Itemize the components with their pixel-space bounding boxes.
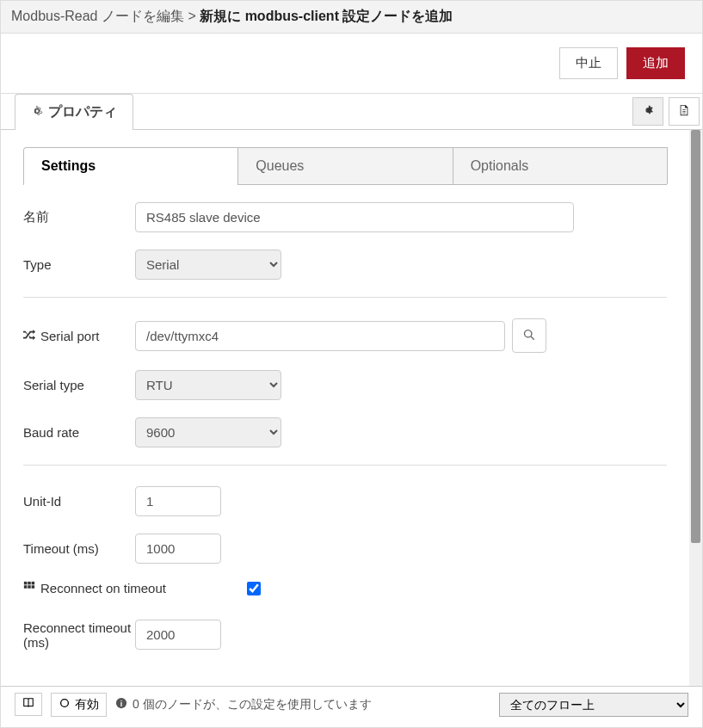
gear-icon xyxy=(642,104,654,119)
main-tab-header: プロパティ xyxy=(1,94,702,130)
svg-rect-1 xyxy=(28,582,31,585)
doc-icon-button[interactable] xyxy=(669,97,700,126)
svg-text:i: i xyxy=(120,700,122,708)
divider xyxy=(23,297,667,298)
enable-label: 有効 xyxy=(75,697,99,713)
breadcrumb-current: 新規に modbus-client 設定ノードを追加 xyxy=(200,9,453,23)
serial-port-search-button[interactable] xyxy=(512,318,546,353)
breadcrumb: Modbus-Read ノードを編集 > 新規に modbus-client 設… xyxy=(1,1,702,34)
svg-rect-3 xyxy=(24,585,28,589)
baud-rate-label: Baud rate xyxy=(23,425,135,440)
circle-icon xyxy=(59,697,71,712)
reconnect-on-timeout-checkbox[interactable] xyxy=(247,582,261,595)
timeout-label: Timeout (ms) xyxy=(23,541,135,556)
inner-tabs: Settings Queues Optionals xyxy=(23,147,667,185)
scrollbar-track[interactable] xyxy=(689,130,702,686)
tab-queues[interactable]: Queues xyxy=(237,147,453,184)
tab-settings[interactable]: Settings xyxy=(23,147,238,185)
info-icon: i xyxy=(115,697,127,712)
svg-rect-2 xyxy=(32,582,35,585)
type-select[interactable]: Serial xyxy=(135,250,281,280)
serial-type-label: Serial type xyxy=(23,378,135,392)
reconnect-timeout-label: Reconnect timeout (ms) xyxy=(23,620,135,650)
cancel-button[interactable]: 中止 xyxy=(559,47,618,79)
svg-rect-0 xyxy=(24,582,28,585)
book-icon xyxy=(22,697,34,712)
scrollbar-thumb[interactable] xyxy=(691,130,700,543)
breadcrumb-prefix: Modbus-Read ノードを編集 > xyxy=(11,9,200,23)
shuffle-icon xyxy=(23,329,35,343)
unit-id-input[interactable] xyxy=(135,486,221,516)
enable-toggle-button[interactable]: 有効 xyxy=(51,693,107,717)
name-label: 名前 xyxy=(23,209,135,225)
svg-rect-5 xyxy=(32,585,35,589)
tab-properties-label: プロパティ xyxy=(48,103,117,121)
type-label: Type xyxy=(23,257,135,272)
svg-point-6 xyxy=(61,700,69,707)
tab-optionals[interactable]: Optionals xyxy=(453,147,668,184)
usage-info: i 0 個のノードが、この設定を使用しています xyxy=(115,697,490,713)
book-button[interactable] xyxy=(15,693,42,716)
document-icon xyxy=(678,104,690,119)
serial-port-input[interactable] xyxy=(135,321,505,351)
unit-id-label: Unit-Id xyxy=(23,494,135,509)
reconnect-timeout-input[interactable] xyxy=(135,620,221,650)
footer: 有効 i 0 個のノードが、この設定を使用しています 全てのフロー上 xyxy=(1,686,702,722)
gear-icon xyxy=(31,105,43,120)
grid-icon xyxy=(23,581,35,595)
tab-properties[interactable]: プロパティ xyxy=(15,94,133,130)
config-panel: Settings Queues Optionals 名前 Type Serial… xyxy=(1,130,689,686)
action-toolbar: 中止 追加 xyxy=(1,34,702,94)
settings-icon-button[interactable] xyxy=(632,97,663,126)
divider xyxy=(23,465,667,466)
svg-rect-4 xyxy=(28,585,31,589)
serial-type-select[interactable]: RTU xyxy=(135,370,281,400)
reconnect-on-timeout-label: Reconnect on timeout xyxy=(23,581,247,595)
scope-select[interactable]: 全てのフロー上 xyxy=(499,693,688,717)
timeout-input[interactable] xyxy=(135,534,221,564)
search-icon xyxy=(523,329,535,343)
name-input[interactable] xyxy=(135,202,574,232)
add-button[interactable]: 追加 xyxy=(626,47,685,79)
baud-rate-select[interactable]: 9600 xyxy=(135,417,281,447)
serial-port-label: Serial port xyxy=(23,329,135,343)
